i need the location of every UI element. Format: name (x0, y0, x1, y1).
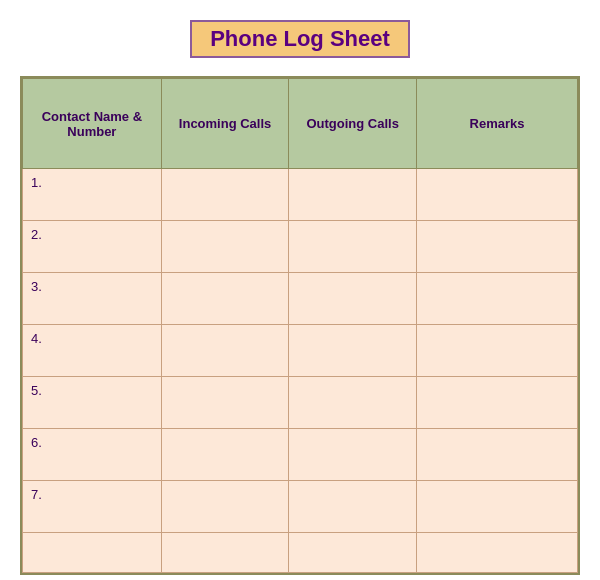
cell-outgoing-7[interactable] (289, 533, 417, 573)
col-header-contact: Contact Name & Number (23, 79, 162, 169)
table-row (23, 533, 578, 573)
cell-outgoing-5[interactable] (289, 429, 417, 481)
table-row: 2. (23, 221, 578, 273)
table-row: 7. (23, 481, 578, 533)
cell-remarks-7[interactable] (417, 533, 578, 573)
cell-outgoing-2[interactable] (289, 273, 417, 325)
cell-contact-5[interactable]: 6. (23, 429, 162, 481)
cell-outgoing-4[interactable] (289, 377, 417, 429)
cell-contact-7[interactable] (23, 533, 162, 573)
cell-outgoing-1[interactable] (289, 221, 417, 273)
table-row: 1. (23, 169, 578, 221)
page-title: Phone Log Sheet (190, 20, 410, 58)
table-row: 6. (23, 429, 578, 481)
cell-remarks-3[interactable] (417, 325, 578, 377)
cell-remarks-0[interactable] (417, 169, 578, 221)
cell-remarks-5[interactable] (417, 429, 578, 481)
cell-outgoing-0[interactable] (289, 169, 417, 221)
cell-incoming-5[interactable] (161, 429, 289, 481)
cell-outgoing-3[interactable] (289, 325, 417, 377)
cell-incoming-2[interactable] (161, 273, 289, 325)
cell-contact-2[interactable]: 3. (23, 273, 162, 325)
cell-remarks-1[interactable] (417, 221, 578, 273)
cell-contact-1[interactable]: 2. (23, 221, 162, 273)
cell-contact-6[interactable]: 7. (23, 481, 162, 533)
cell-contact-0[interactable]: 1. (23, 169, 162, 221)
table-row: 4. (23, 325, 578, 377)
cell-incoming-6[interactable] (161, 481, 289, 533)
cell-incoming-4[interactable] (161, 377, 289, 429)
cell-incoming-3[interactable] (161, 325, 289, 377)
phone-log-table: Contact Name & Number Incoming Calls Out… (20, 76, 580, 575)
col-header-remarks: Remarks (417, 79, 578, 169)
cell-incoming-7[interactable] (161, 533, 289, 573)
cell-incoming-0[interactable] (161, 169, 289, 221)
cell-remarks-6[interactable] (417, 481, 578, 533)
cell-remarks-2[interactable] (417, 273, 578, 325)
table-row: 5. (23, 377, 578, 429)
col-header-incoming: Incoming Calls (161, 79, 289, 169)
cell-contact-4[interactable]: 5. (23, 377, 162, 429)
cell-remarks-4[interactable] (417, 377, 578, 429)
cell-contact-3[interactable]: 4. (23, 325, 162, 377)
table-row: 3. (23, 273, 578, 325)
cell-outgoing-6[interactable] (289, 481, 417, 533)
col-header-outgoing: Outgoing Calls (289, 79, 417, 169)
cell-incoming-1[interactable] (161, 221, 289, 273)
